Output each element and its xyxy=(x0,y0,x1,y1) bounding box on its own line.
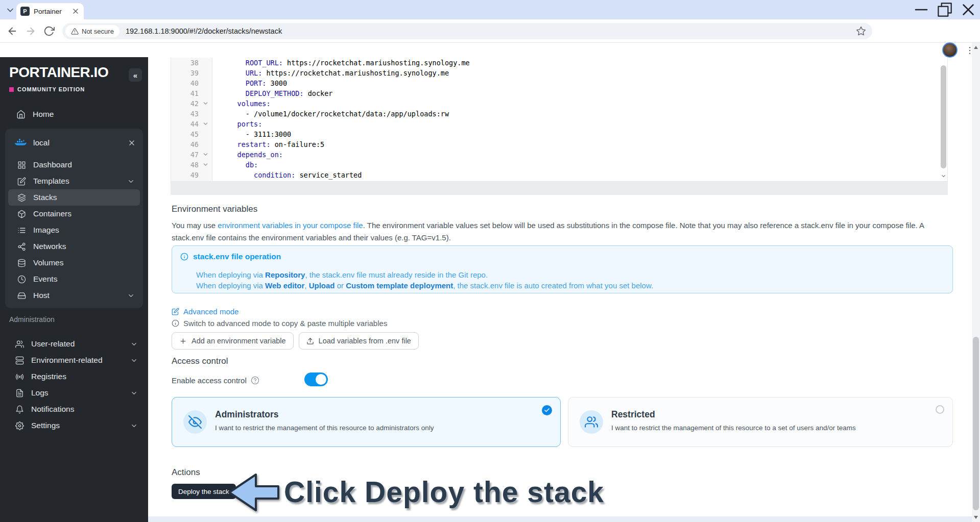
environments-icon xyxy=(15,356,24,365)
back-icon[interactable] xyxy=(7,26,18,37)
page-bottom-strip xyxy=(148,516,972,522)
users-icon xyxy=(15,340,24,349)
chevron-down-icon xyxy=(130,389,138,397)
minimize-button[interactable] xyxy=(910,0,933,19)
editor-code-area[interactable]: ROOT_URL: https://rocketchat.mariushosti… xyxy=(212,58,939,181)
window-controls xyxy=(910,0,980,19)
line-number: 47 xyxy=(171,150,212,160)
reload-icon[interactable] xyxy=(43,26,55,37)
fold-chevron-icon[interactable] xyxy=(202,120,209,127)
sidebar-item-label: Stacks xyxy=(33,193,57,202)
env-variables-title: Environment variables xyxy=(172,204,257,214)
check-icon xyxy=(544,407,550,413)
code-line: DEPLOY_METHOD: docker xyxy=(221,88,939,98)
sidebar-item-events[interactable]: Events xyxy=(8,271,140,287)
x-icon xyxy=(71,7,80,15)
sidebar-item-environment-related[interactable]: Environment-related xyxy=(5,352,143,368)
line-number: 39 xyxy=(171,68,212,78)
access-control-toggle[interactable] xyxy=(304,372,328,386)
compose-env-vars-link[interactable]: environment variables in your compose fi… xyxy=(218,221,363,230)
sidebar-item-logs[interactable]: Logs xyxy=(5,385,143,401)
portainer-logo: PORTAINER.IO xyxy=(9,64,108,81)
sidebar-item-dashboard[interactable]: Dashboard xyxy=(8,157,140,173)
sidebar-item-containers[interactable]: Containers xyxy=(8,206,140,222)
chevron-down-icon xyxy=(127,178,135,185)
code-editor[interactable]: 383940414243444546474849 ROOT_URL: https… xyxy=(171,58,948,182)
eye-off-icon xyxy=(188,415,202,429)
dashboard-icon xyxy=(17,161,26,169)
registries-icon xyxy=(15,372,24,381)
sidebar-item-templates[interactable]: Templates xyxy=(8,173,140,189)
access-option-title: Administrators xyxy=(215,409,278,420)
security-chip[interactable]: Not secure xyxy=(65,25,119,37)
fold-chevron-icon[interactable] xyxy=(202,151,209,158)
chevron-down-icon xyxy=(202,100,209,107)
edition-label: COMMUNITY EDITION xyxy=(17,86,85,92)
env-variable-buttons: Add an environment variableLoad variable… xyxy=(172,332,419,350)
tab-close-icon[interactable] xyxy=(71,7,80,15)
bookmark-star-icon[interactable] xyxy=(856,26,866,36)
tab-title: Portainer xyxy=(34,8,71,15)
sidebar-item-stacks[interactable]: Stacks xyxy=(8,189,140,206)
sidebar-item-host[interactable]: Host xyxy=(8,287,140,304)
environment-menu: DashboardTemplatesStacksContainersImages… xyxy=(8,157,140,304)
selected-check-icon xyxy=(542,405,552,415)
sidebar-item-registries[interactable]: Registries xyxy=(5,368,143,385)
x-icon xyxy=(957,0,980,19)
code-line: restart: on-failure:5 xyxy=(221,139,939,150)
add-an-environment-variable-button[interactable]: Add an environment variable xyxy=(172,332,294,350)
fold-chevron-icon[interactable] xyxy=(202,100,209,107)
administration-label: Administration xyxy=(9,315,55,324)
access-option-restricted[interactable]: RestrictedI want to restrict the managem… xyxy=(568,397,953,447)
sidebar-item-notifications[interactable]: Notifications xyxy=(5,401,143,417)
scroll-up-icon[interactable] xyxy=(974,46,978,49)
sidebar-collapse-button[interactable]: « xyxy=(129,68,142,82)
access-option-administrators[interactable]: AdministratorsI want to restrict the man… xyxy=(172,397,561,447)
sidebar-item-settings[interactable]: Settings xyxy=(5,417,143,434)
team-icon xyxy=(585,415,598,429)
reload-icon xyxy=(43,26,55,37)
page-scrollbar[interactable] xyxy=(972,43,980,522)
help-icon[interactable] xyxy=(251,376,259,385)
restore-button[interactable] xyxy=(933,0,957,19)
chevron-down-icon xyxy=(202,151,209,158)
chevron-down-icon xyxy=(130,389,138,397)
sidebar-item-user-related[interactable]: User-related xyxy=(5,336,143,352)
tab-search-chevron-icon[interactable] xyxy=(5,5,15,15)
star-icon xyxy=(856,26,866,36)
close-button[interactable] xyxy=(957,0,980,19)
upload-icon xyxy=(306,337,314,345)
enable-access-control-label: Enable access control xyxy=(172,376,247,385)
editor-scrollbar-thumb[interactable] xyxy=(941,65,946,168)
environment-local[interactable]: local xyxy=(5,132,143,154)
sidebar-item-label: Settings xyxy=(31,421,60,430)
code-line: db: xyxy=(221,160,939,170)
scrollbar-thumb[interactable] xyxy=(973,337,979,510)
sidebar-item-networks[interactable]: Networks xyxy=(8,238,140,255)
fold-chevron-icon[interactable] xyxy=(202,161,209,168)
sidebar-item-label: Registries xyxy=(31,372,66,381)
forward-icon[interactable] xyxy=(25,26,36,37)
deploy-stack-button[interactable]: Deploy the stack xyxy=(172,484,236,499)
sidebar-item-images[interactable]: Images xyxy=(8,222,140,238)
radio-unselected[interactable] xyxy=(936,405,944,414)
sidebar-item-home[interactable]: Home xyxy=(5,105,143,123)
chevron-down-icon xyxy=(130,422,138,430)
close-icon[interactable] xyxy=(128,139,136,147)
sidebar-item-volumes[interactable]: Volumes xyxy=(8,255,140,271)
portainer-browser-window: P Portainer Not secure 192.168.1.18:9000… xyxy=(0,0,980,522)
browser-tab[interactable]: P Portainer xyxy=(16,3,84,19)
code-line: depends_on: xyxy=(221,150,939,160)
browser-tabstrip: P Portainer xyxy=(0,0,980,19)
chevron-down-icon xyxy=(130,357,138,364)
address-bar[interactable]: Not secure 192.168.1.18:9000/#!/2/docker… xyxy=(62,23,872,39)
advanced-mode-link[interactable]: Advanced mode xyxy=(172,307,238,316)
load-variables-from-env-file-button[interactable]: Load variables from .env file xyxy=(299,332,419,350)
editor-scroll-down-icon[interactable] xyxy=(941,172,946,180)
line-number: 42 xyxy=(171,98,212,109)
volumes-icon xyxy=(17,259,26,267)
code-line: condition: service_started xyxy=(221,170,939,180)
avatar[interactable] xyxy=(942,42,958,58)
scroll-down-icon[interactable] xyxy=(974,516,978,519)
description-text: You may use xyxy=(172,221,218,230)
